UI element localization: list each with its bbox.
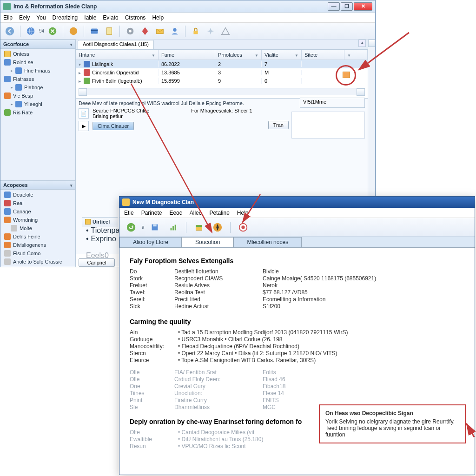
menu-item[interactable]: Alleo <box>190 210 202 216</box>
minimize-button[interactable]: — <box>328 2 340 11</box>
svg-point-0 <box>6 26 14 35</box>
chevron-down-icon <box>70 41 73 47</box>
compass-icon[interactable] <box>210 219 225 235</box>
app-icon <box>122 198 130 206</box>
close-button[interactable]: ✕ <box>354 2 372 11</box>
section-heading: Carming the quulity <box>130 318 464 325</box>
window-title: New M Diagnostic Clan <box>132 199 194 205</box>
sidebar-item[interactable]: Fiatrases <box>0 75 75 83</box>
annotation-callout: On Heas wao Decopeclibic Sigan Yorik Sel… <box>319 404 466 443</box>
sidebar-item[interactable]: Deaelole <box>0 191 75 199</box>
section-heading: Faly Foroptiom Selves Extengalls <box>130 257 464 264</box>
main-toolbar: 94 <box>0 23 375 40</box>
scroll-up-icon[interactable] <box>368 40 375 47</box>
sidebar-item[interactable]: Roind se <box>0 58 75 66</box>
menu-item[interactable]: Drearizing <box>53 14 78 21</box>
app-icon <box>3 3 11 10</box>
command-button[interactable]: Cima Cinauer <box>93 122 134 130</box>
save-icon[interactable] <box>147 219 163 235</box>
column-header[interactable]: Hntane <box>76 50 159 60</box>
menu-item[interactable]: Iable <box>84 14 96 21</box>
menu-item[interactable]: Parinete <box>141 210 162 216</box>
mail-icon[interactable] <box>153 25 166 38</box>
column-header[interactable] <box>344 50 368 60</box>
tab-active[interactable]: Soucotion <box>182 237 233 247</box>
svg-point-10 <box>173 28 176 31</box>
svg-point-3 <box>70 27 78 35</box>
svg-rect-11 <box>194 31 198 34</box>
tab[interactable]: Alioo foy Llore <box>119 237 182 247</box>
menu-item[interactable]: Ctstrons <box>125 14 146 21</box>
panel-item[interactable]: •Exprino <box>82 235 118 243</box>
table-row[interactable]: Cinorsalin Opgeratid13.36853M <box>76 68 368 77</box>
user-icon[interactable] <box>168 25 181 38</box>
sidebar-item[interactable]: Divisliogenens <box>0 241 75 249</box>
document-icon[interactable] <box>103 25 116 38</box>
sidebar-panel-header[interactable]: Gcorfouce <box>0 40 75 49</box>
sidebar-item[interactable]: Ontess <box>0 50 75 58</box>
sidebar-item[interactable]: ▸Yileeghl <box>0 100 75 108</box>
svg-rect-19 <box>196 225 202 227</box>
sidebar-item[interactable]: Canage <box>0 207 75 216</box>
diamond-icon[interactable] <box>139 25 152 38</box>
sidebar-item[interactable]: Worndning <box>0 216 75 224</box>
sidebar-item[interactable]: Flsud Como <box>0 249 75 258</box>
menu-item[interactable]: Petaline <box>209 210 229 216</box>
chevron-down-icon <box>70 182 73 188</box>
command-icon[interactable]: ▶ <box>79 121 89 131</box>
sidebar-item[interactable]: Anole to Sulp Crassic <box>0 258 75 266</box>
table-row[interactable]: Lisiingalk86.202227 <box>76 60 368 68</box>
globe-icon[interactable] <box>24 25 37 38</box>
menu-item[interactable]: Eviato <box>103 14 118 21</box>
menu-item[interactable]: Eely <box>19 14 30 21</box>
table-row[interactable]: Fivtin 6alin (legetnalt:)15.859990 <box>76 77 368 85</box>
tab-scroll-up[interactable]: ▴ <box>358 40 366 47</box>
sidebar-item[interactable]: ▸Hne Finaus <box>0 66 75 75</box>
gear-icon[interactable] <box>124 25 137 38</box>
title-bar[interactable]: New M Diagnostic Clan <box>119 197 475 208</box>
horizontal-scrollbar[interactable] <box>79 88 365 95</box>
menu-item[interactable]: Help <box>152 14 164 21</box>
back-icon[interactable] <box>3 25 16 38</box>
menu-item[interactable]: Help <box>237 210 249 216</box>
maximize-button[interactable]: ☐ <box>341 2 353 11</box>
row-action-icon[interactable] <box>343 72 350 78</box>
menu-item[interactable]: Elip <box>3 14 13 21</box>
column-header[interactable]: Sitete <box>302 50 344 60</box>
refresh-icon[interactable] <box>46 25 59 38</box>
flag-icon[interactable] <box>235 219 251 235</box>
sidebar-panel-header[interactable]: Acopeoes <box>0 180 75 190</box>
sidebar-item[interactable]: Real <box>0 199 75 207</box>
sidebar-item[interactable]: Ris Rate <box>0 108 75 117</box>
sidebar-item[interactable]: Molte <box>0 224 75 232</box>
grid-header: Hntane Fume Prnolalees Vialite Sitete <box>76 50 368 60</box>
panel-item[interactable]: •Tiotenpanri <box>82 226 118 235</box>
mini-tab[interactable]: Vf5t1Mme <box>300 98 365 108</box>
tab-active[interactable]: Aotil Diagnostic Clalea1 (1f5) <box>78 40 154 49</box>
menu-item[interactable]: Etle <box>124 210 134 216</box>
column-header[interactable]: Fume <box>159 50 215 60</box>
shield-icon[interactable] <box>67 25 80 38</box>
menu-item[interactable]: You <box>36 14 46 21</box>
title-bar[interactable]: Imo & Reformation Slede Clanp — ☐ ✕ <box>0 0 375 13</box>
sparkle-icon[interactable] <box>204 25 217 38</box>
sidebar-item[interactable]: Delns Feine <box>0 232 75 241</box>
refresh-icon[interactable] <box>123 219 139 235</box>
card-icon[interactable] <box>88 25 101 38</box>
column-header[interactable]: Prnolalees <box>215 50 262 60</box>
mini-panel <box>291 112 365 139</box>
box-icon[interactable] <box>191 219 207 235</box>
tab[interactable]: Mlecollien noces <box>233 237 302 247</box>
warning-icon[interactable] <box>219 25 232 38</box>
panel-title: Uirticel <box>93 219 110 225</box>
chart-icon[interactable] <box>165 219 181 235</box>
svg-point-8 <box>129 30 132 33</box>
svg-rect-16 <box>172 226 174 230</box>
lock-icon[interactable] <box>189 25 202 38</box>
menu-item[interactable]: Eeoc <box>169 210 182 216</box>
tran-button[interactable]: Tran <box>268 121 289 129</box>
sidebar-item[interactable]: Vic Besp <box>0 92 75 100</box>
left-sidebar: Gcorfouce OntessRoind se▸Hne FinausFiatr… <box>0 40 76 267</box>
sidebar-item[interactable]: ▸Plabnge <box>0 83 75 92</box>
column-header[interactable]: Vialite <box>262 50 302 60</box>
